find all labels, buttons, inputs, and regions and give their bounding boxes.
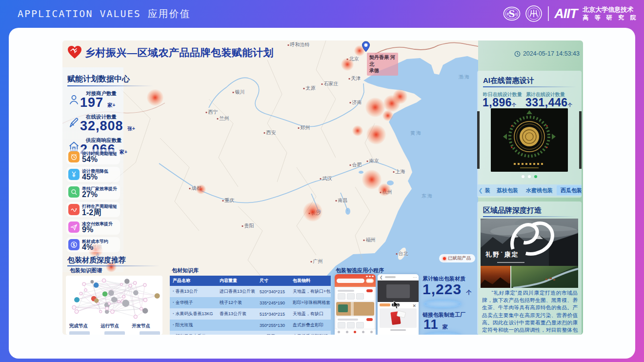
seal-s-logo-icon: S 睿 造 [503, 5, 521, 22]
map-city-南昌: 南昌 [336, 197, 348, 204]
miniapp-button[interactable] [366, 318, 373, 321]
metric-card: 打样生产周期缩短1-2周 [66, 202, 120, 217]
map-city-贵阳: 贵阳 [242, 222, 254, 229]
table-cell: · 新兴果品小番茄 [170, 331, 217, 335]
logo-divider [548, 6, 549, 21]
metric-card: 设计时间周期缩短54% [66, 149, 120, 164]
clock-icon [68, 151, 80, 162]
brand-logo-subline [497, 262, 524, 263]
design-carousel[interactable] [477, 108, 582, 172]
detail-header: ❮⋯ [378, 274, 419, 281]
knowledge-graph-card[interactable]: 完成节点运行节点开发节点 [66, 276, 162, 335]
regional-brand-underline [483, 216, 577, 217]
close-icon[interactable]: ✕ [412, 303, 416, 308]
stat-value: 32,808 张+ [80, 119, 135, 134]
map-city-上海: 上海 [393, 168, 405, 175]
data-center-metrics: 设计时间周期缩短54%设计费用降低45%寻找厂家效率提升27%打样生产周期缩短1… [66, 149, 120, 252]
tab-西瓜包装[interactable]: 西瓜包装 [557, 185, 582, 195]
dashboard: 呼和浩特北京天津石家庄太原济南银川西宁兰州郑州西安南京合肥上海武汉杭州成都重庆南… [62, 40, 583, 335]
materials-underline [67, 265, 160, 266]
graph-legend-item: 开发节点 [132, 323, 150, 329]
miniapp-button[interactable] [366, 289, 373, 292]
ai-stat2-value: 331,446个 [525, 96, 572, 109]
regional-brand-panel: 区域品牌深度打造 礼野˙康定 [477, 201, 582, 335]
ai-stat1-value: 1,896个 [483, 96, 517, 109]
org-name-line1: 北京大学信息技术 [583, 6, 638, 14]
map-city-成都: 成都 [189, 185, 201, 192]
map-city-西宁: 西宁 [206, 109, 218, 116]
mouse-cursor-icon [393, 301, 400, 309]
miniapp-tabbar[interactable] [335, 329, 376, 335]
watermelon-package-image [491, 108, 568, 172]
brand-photo-mountains: 礼野˙康定 [481, 219, 578, 266]
legend-dot-icon [443, 257, 446, 260]
table-cell: 进口香蕉13公斤装 [217, 286, 257, 297]
materials-title: 包装材质深度推荐 [67, 256, 126, 265]
metric-card: 设计费用降低45% [66, 167, 120, 182]
map-city-合肥: 合肥 [350, 161, 362, 168]
map-pin-icon[interactable] [362, 41, 370, 52]
detail-render [380, 308, 417, 328]
output-stat1-value: 1,223 个 [423, 281, 471, 298]
table-cell: 彩印+珍珠棉网格套 折边天 [290, 297, 331, 308]
detail-photo [378, 281, 419, 302]
map-city-太原: 太原 [303, 85, 316, 92]
brand-photo-valley [511, 266, 578, 288]
metric-value: 45% [82, 173, 98, 181]
graph-legend-item: 运行节点 [101, 323, 119, 329]
tooltip-line1: 契丹香果 河北 [369, 54, 396, 67]
org-name: 北京大学信息技术 高 等 研 究 院 [583, 6, 638, 21]
knowledge-base-table[interactable]: 产品名称内容重量尺寸包装物料 · 香蕉13公斤进口香蕉13公斤装520*340*… [170, 276, 331, 335]
map-city-呼和浩特: 呼和浩特 [288, 41, 310, 48]
graph-label: 包装知识图谱 [70, 267, 102, 274]
table-header-cell: 内容重量 [217, 276, 257, 286]
table-cell: · 水果码头香蕉13KG [170, 308, 217, 320]
miniapp-box-photo [336, 302, 374, 316]
metric-card: 耗材成本节约4% [66, 237, 120, 252]
data-center-stat: 对接商户数量197 家+ [66, 89, 140, 113]
graph-legend-item: 完成节点 [69, 323, 88, 329]
table-row[interactable]: · 阳光玫瑰350*255*130盘式折叠盒彩印 [170, 320, 331, 331]
miniapp-label: 包装智选应用小程序 [336, 267, 384, 274]
metric-value: 27% [82, 190, 98, 199]
carousel-prev-sliver [477, 111, 480, 169]
org-name-line2: 高 等 研 究 院 [583, 14, 638, 21]
yuan-icon [68, 169, 80, 180]
table-cell [217, 320, 257, 331]
map-sea-渤海: 渤海 [459, 74, 470, 80]
output-stat2-value: 11 家 [423, 317, 448, 332]
table-row[interactable]: · 水果码头香蕉13KG香蕉13公斤装515*340*215天地盖，有缺口 [170, 308, 331, 320]
ai-design-panel: AI在线普惠设计 昨日在线设计数量 累计在线设计数量 1,896个 331,44… [477, 71, 582, 198]
tab-水蜜桃包装[interactable]: 水蜜桃包装 [522, 185, 557, 195]
table-cell [217, 331, 257, 335]
table-cell: 天地盖，有缺口+包装袋 [290, 286, 331, 297]
coin-icon [68, 239, 80, 250]
carousel-dots[interactable] [477, 175, 582, 178]
table-header-cell: 尺寸 [257, 276, 290, 286]
map-tooltip: 契丹香果 河北 承德 [367, 53, 398, 76]
brand-photo-sunset [481, 266, 510, 288]
miniapp-search-input[interactable] [337, 279, 364, 283]
table-cell: 香蕉13公斤装 [217, 308, 257, 320]
tab-装[interactable]: 装 [484, 185, 493, 195]
metric-value: 1-2周 [82, 208, 101, 218]
map-sea-黄海: 黄海 [410, 130, 422, 137]
search-icon [68, 186, 80, 198]
heart-handshake-icon [67, 45, 82, 60]
miniapp-screenshot-home[interactable] [335, 274, 376, 335]
table-cell: · 金华桃子 [170, 297, 217, 308]
metric-card: 准交付效率提升9% [66, 220, 120, 235]
table-cell: 桃子12个装 [217, 297, 257, 308]
table-row[interactable]: · 金华桃子桃子12个装335*245*190彩印+珍珠棉网格套 折边天 [170, 297, 331, 308]
map-city-郑州: 郑州 [298, 124, 310, 131]
table-cell: 盘式折叠盒彩印 [290, 320, 331, 331]
pku-logo-icon [525, 5, 543, 22]
dashboard-title: 乡村振兴—区域农产品品牌包装赋能计划 [85, 46, 274, 60]
map-sea-东海: 东海 [422, 193, 433, 200]
table-row[interactable]: · 香蕉13公斤进口香蕉13公斤装520*340*215天地盖，有缺口+包装袋 [170, 286, 331, 297]
map-city-天津: 天津 [349, 75, 361, 82]
tabs-prev-icon[interactable]: ❮ [477, 187, 484, 194]
svg-text:造: 造 [515, 13, 518, 16]
table-row[interactable]: · 新兴果品小番茄5（展开765*585 4水果插舌货架彩箱 [170, 331, 331, 335]
tab-荔枝包装[interactable]: 荔枝包装 [493, 185, 522, 195]
